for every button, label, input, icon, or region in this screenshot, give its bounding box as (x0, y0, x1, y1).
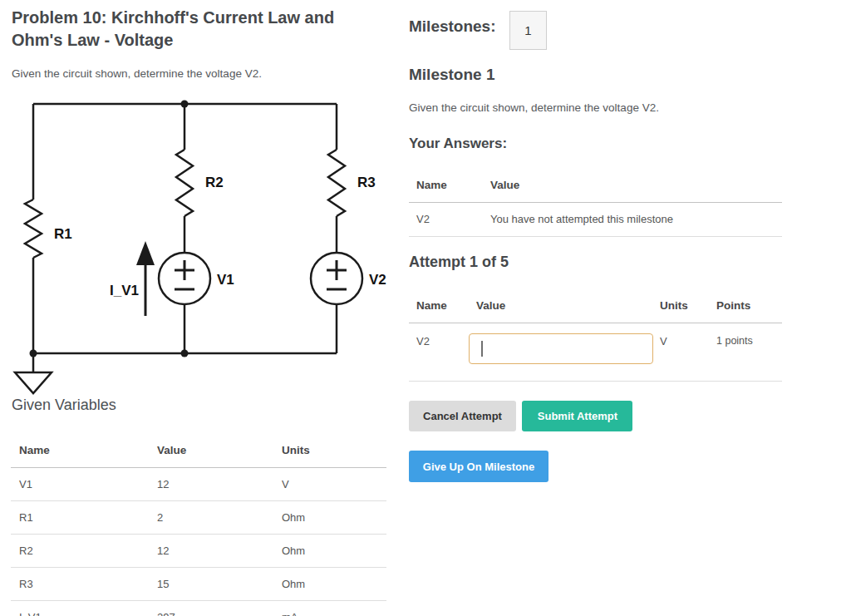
problem-description: Given the circuit shown, determine the v… (12, 67, 262, 80)
source-v1-label: V1 (217, 272, 234, 288)
variable-units: Ohm (273, 568, 386, 601)
resistor-r2 (176, 150, 193, 216)
submit-attempt-button[interactable]: Submit Attempt (522, 401, 632, 431)
variable-units: V (273, 468, 386, 501)
column-header-name: Name (409, 291, 469, 323)
attempt-value-cell (469, 323, 652, 382)
cancel-attempt-button[interactable]: Cancel Attempt (409, 401, 516, 431)
table-header-row: Name Value Units Points (409, 291, 782, 323)
column-header-value: Value (469, 291, 652, 323)
give-up-milestone-button[interactable]: Give Up On Milestone (409, 451, 548, 482)
answer-input[interactable] (469, 333, 653, 364)
resistor-r1 (25, 200, 42, 258)
column-header-value: Value (149, 436, 273, 468)
variable-units: mA (273, 601, 386, 616)
table-row: V2 You have not attempted this milestone (409, 203, 782, 237)
junction-dot-top (181, 101, 189, 108)
attempt-variable-name: V2 (409, 323, 469, 382)
column-header-name: Name (11, 436, 149, 468)
variable-value: 12 (149, 468, 273, 501)
source-v2-label: V2 (369, 272, 386, 288)
answer-name: V2 (409, 203, 483, 237)
variable-name: R3 (11, 568, 149, 601)
column-header-name: Name (409, 170, 483, 203)
table-header-row: Name Value Units (11, 436, 386, 468)
attempt-buttons: Cancel Attempt Submit Attempt (409, 401, 632, 431)
current-arrow-head (136, 241, 155, 265)
variable-name: R1 (11, 501, 149, 535)
ground-icon (15, 372, 52, 393)
junction-dot-bottom-middle (181, 350, 189, 357)
table-row: R1 2 Ohm (11, 501, 386, 535)
milestone-description: Given the circuit shown, determine the v… (409, 101, 659, 114)
table-row: R3 15 Ohm (11, 568, 386, 601)
resistor-r2-label: R2 (205, 175, 224, 190)
variable-units: Ohm (273, 535, 386, 568)
current-i-v1-label: I_V1 (110, 283, 139, 298)
table-row: R2 12 Ohm (11, 535, 386, 568)
variable-value: 12 (149, 535, 273, 568)
milestones-label: Milestones: (409, 17, 496, 36)
circuit-diagram: R1 R2 R3 V1 V2 I_V1 (8, 96, 391, 400)
given-variables-table: Name Value Units V1 12 V R1 2 Ohm R2 12 … (11, 436, 386, 616)
variable-name: R2 (11, 535, 149, 568)
your-answers-table: Name Value V2 You have not attempted thi… (409, 170, 782, 237)
text-caret (481, 341, 483, 357)
column-header-points: Points (709, 291, 782, 323)
resistor-r3-label: R3 (357, 175, 376, 190)
variable-name: V1 (11, 468, 149, 501)
table-header-row: Name Value (409, 170, 782, 203)
resistor-r3 (328, 150, 345, 216)
column-header-value: Value (483, 170, 782, 203)
table-row: V1 12 V (11, 468, 386, 501)
milestone-title: Milestone 1 (409, 66, 494, 84)
attempt-points: 1 points (709, 323, 782, 382)
attempt-units: V (652, 323, 709, 382)
milestone-selector-1[interactable]: 1 (509, 11, 547, 50)
resistor-r1-label: R1 (54, 226, 72, 242)
column-header-units: Units (273, 436, 386, 468)
variable-value: 2 (149, 501, 273, 535)
problem-title: Problem 10: Kirchhoff's Current Law and … (12, 7, 369, 52)
table-row: I_V1 297 mA (11, 601, 386, 616)
attempt-title: Attempt 1 of 5 (409, 254, 509, 271)
given-variables-title: Given Variables (12, 397, 116, 414)
attempt-row: V2 V 1 points (409, 323, 782, 382)
answer-status: You have not attempted this milestone (483, 203, 782, 237)
attempt-table: Name Value Units Points V2 V 1 points (409, 291, 782, 382)
variable-value: 297 (149, 601, 273, 616)
variable-name: I_V1 (11, 601, 149, 616)
column-header-units: Units (652, 291, 709, 323)
your-answers-title: Your Answers: (409, 136, 507, 152)
variable-units: Ohm (273, 501, 386, 535)
variable-value: 15 (149, 568, 273, 601)
